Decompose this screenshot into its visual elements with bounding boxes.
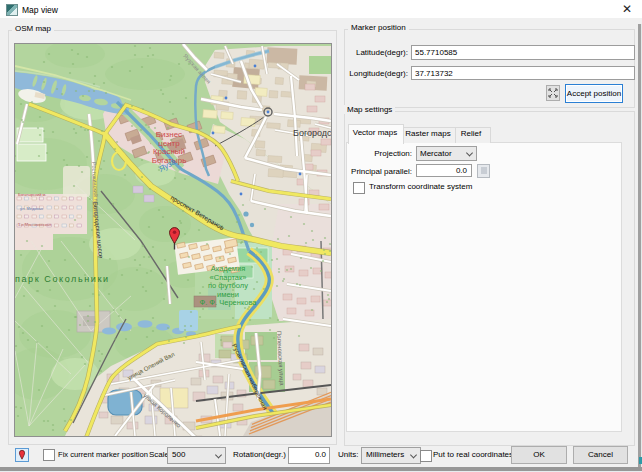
svg-text:Богородское: Богородское: [293, 128, 332, 138]
svg-text:1-я Мясниковская: 1-я Мясниковская: [18, 222, 51, 227]
svg-text:Богатырский м.: Богатырский м.: [18, 192, 46, 197]
svg-text:Ф. Ф. Черенкова: Ф. Ф. Черенкова: [199, 298, 257, 307]
svg-text:ул. Медовая: ул. Медовая: [20, 206, 43, 211]
svg-text:парк Сокольники: парк Сокольники: [15, 274, 110, 284]
